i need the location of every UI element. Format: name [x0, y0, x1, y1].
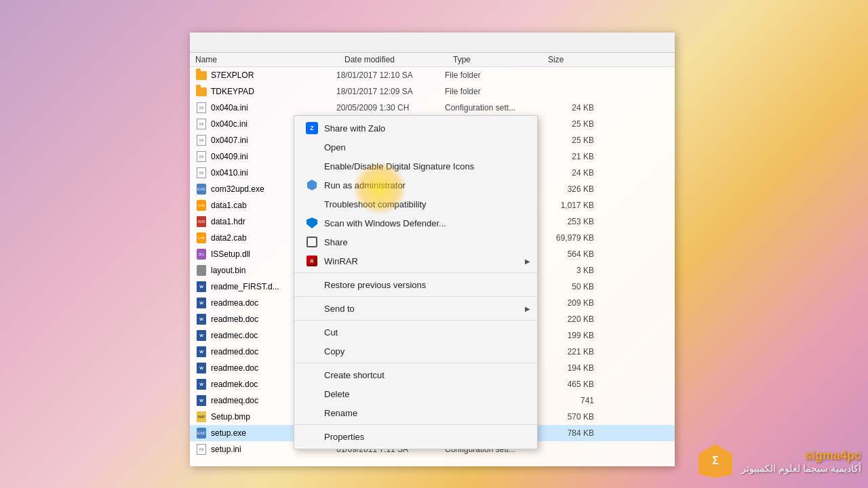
context-menu-item-copy[interactable]: Copy — [294, 342, 537, 361]
col-type-header: Type — [453, 55, 548, 64]
file-size: 221 KB — [540, 347, 594, 357]
file-name: S7EXPLOR — [211, 70, 336, 80]
file-icon-container: INI — [195, 167, 208, 179]
share-icon — [307, 237, 317, 247]
file-icon-container — [195, 69, 208, 81]
file-size: 199 KB — [540, 331, 594, 340]
file-size: 24 KB — [540, 168, 594, 178]
context-menu-item-delete[interactable]: Delete — [294, 384, 537, 403]
arabic-label: أكاديمية سيجما لعلوم الكمبيوتر — [741, 463, 861, 474]
ctx-item-label: Open — [324, 142, 346, 152]
exe-icon: EXE — [197, 184, 206, 195]
file-date: 20/05/2009 1:30 CH — [336, 103, 445, 113]
ini-icon: INI — [197, 119, 206, 129]
file-icon-container: INI — [195, 150, 208, 163]
ini-icon: INI — [197, 102, 206, 113]
file-icon-container: W — [195, 394, 208, 407]
context-menu: ZShare with ZaloOpenEnable/Disable Digit… — [294, 115, 538, 449]
ctx-item-icon — [305, 178, 319, 192]
ctx-item-icon — [305, 278, 319, 291]
context-menu-item-share-zalo[interactable]: ZShare with Zalo — [294, 119, 537, 138]
folder-icon — [196, 87, 207, 96]
context-menu-item-open[interactable]: Open — [294, 138, 537, 157]
file-size: 69,979 KB — [540, 233, 594, 243]
table-row[interactable]: S7EXPLOR 18/01/2017 12:10 SA File folder — [190, 67, 675, 83]
file-size: 741 — [540, 396, 594, 405]
ctx-item-icon: Z — [305, 121, 319, 135]
file-icon-container: CAB — [195, 232, 208, 244]
file-size: 3 KB — [540, 266, 594, 275]
ctx-item-icon — [305, 140, 319, 154]
ctx-item-icon — [305, 159, 319, 173]
ctx-item-label: Delete — [324, 389, 350, 399]
file-icon-container — [195, 85, 208, 98]
table-row[interactable]: INI 0x040a.ini 20/05/2009 1:30 CH Config… — [190, 100, 675, 116]
cab-icon: CAB — [197, 200, 206, 211]
ctx-item-icon — [305, 197, 319, 211]
doc-icon: W — [197, 363, 206, 373]
file-icon-container: W — [195, 378, 208, 390]
doc-icon: W — [197, 298, 206, 308]
file-name: 0x040a.ini — [211, 103, 336, 113]
doc-icon: W — [197, 379, 206, 390]
context-menu-item-restore-prev[interactable]: Restore previous versions — [294, 275, 537, 294]
ctx-item-icon — [305, 344, 319, 358]
context-menu-item-send-to[interactable]: Send to — [294, 299, 537, 318]
bmp-icon: BMP — [197, 411, 206, 422]
ctx-item-label: Share with Zalo — [324, 123, 385, 134]
explorer-header — [190, 33, 675, 53]
file-size: 25 KB — [540, 119, 594, 129]
file-icon-container: W — [195, 281, 208, 293]
file-size: 21 KB — [540, 152, 594, 161]
watermark: Σ sigma4pc أكاديمية سيجما لعلوم الكمبيوت… — [695, 441, 861, 481]
watermark-text: sigma4pc أكاديمية سيجما لعلوم الكمبيوتر — [741, 449, 861, 474]
ctx-item-icon — [305, 235, 319, 249]
ctx-separator — [294, 320, 537, 321]
brand-name: sigma4pc — [741, 449, 861, 463]
context-menu-item-rename[interactable]: Rename — [294, 403, 537, 422]
ctx-item-icon — [305, 406, 319, 420]
file-icon-container: HDR — [195, 216, 208, 228]
bin-icon — [197, 265, 206, 276]
context-menu-item-scan-defender[interactable]: Scan with Windows Defender... — [294, 214, 537, 232]
exe-icon: EXE — [197, 428, 206, 439]
file-icon-container: INI — [195, 118, 208, 130]
context-menu-item-winrar[interactable]: RWinRAR — [294, 251, 537, 270]
ini-icon: INI — [197, 444, 206, 455]
context-menu-item-cut[interactable]: Cut — [294, 323, 537, 342]
column-headers: Name Date modified Type Size — [190, 53, 675, 67]
table-row[interactable]: TDKEYPAD 18/01/2017 12:09 SA File folder — [190, 83, 675, 100]
ctx-item-label: WinRAR — [324, 256, 358, 266]
file-icon-container: BMP — [195, 411, 208, 423]
file-size: 220 KB — [540, 314, 594, 324]
ctx-separator — [294, 296, 537, 297]
file-icon-container: W — [195, 297, 208, 309]
file-type: File folder — [445, 87, 540, 96]
doc-icon: W — [197, 314, 206, 325]
ctx-item-label: Restore previous versions — [324, 280, 426, 290]
context-menu-item-share[interactable]: Share — [294, 232, 537, 251]
context-menu-item-create-shortcut[interactable]: Create shortcut — [294, 365, 537, 384]
ctx-item-label: Run as administrator — [324, 180, 406, 190]
doc-icon: W — [197, 395, 206, 406]
ctx-item-label: Scan with Windows Defender... — [324, 218, 446, 228]
col-name-header: Name — [195, 55, 344, 64]
context-menu-item-enable-digital[interactable]: Enable/Disable Digital Signature Icons — [294, 157, 537, 176]
ctx-item-label: Share — [324, 237, 348, 247]
ctx-item-icon — [305, 430, 319, 443]
context-menu-item-run-admin[interactable]: Run as administrator — [294, 176, 537, 195]
context-menu-item-properties[interactable]: Properties — [294, 427, 537, 446]
ctx-item-label: Send to — [324, 304, 355, 314]
file-size: 570 KB — [540, 412, 594, 422]
folder-icon — [196, 71, 207, 80]
file-icon-container: EXE — [195, 427, 208, 439]
file-name: TDKEYPAD — [211, 87, 336, 96]
ctx-item-label: Properties — [324, 432, 364, 442]
col-date-header: Date modified — [344, 55, 453, 64]
file-icon-container — [195, 264, 208, 277]
file-icon-container: INI — [195, 102, 208, 114]
ctx-item-label: Create shortcut — [324, 370, 384, 380]
ctx-item-label: Troubleshoot compatibility — [324, 199, 427, 209]
svg-text:Σ: Σ — [713, 455, 719, 466]
context-menu-item-troubleshoot[interactable]: Troubleshoot compatibility — [294, 195, 537, 214]
